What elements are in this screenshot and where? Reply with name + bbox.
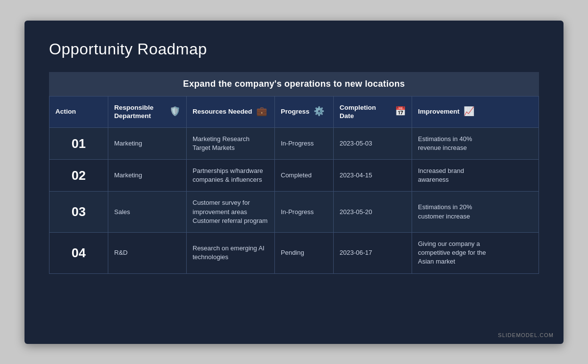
action-number: 02 <box>49 160 108 191</box>
shield-icon: 🛡️ <box>170 106 180 117</box>
date-cell: 2023-05-20 <box>334 192 412 232</box>
date-cell: 2023-05-03 <box>334 128 412 159</box>
slide: Opportunity Roadmap Expand the company's… <box>24 21 564 344</box>
resources-cell: Partnerships w/hardware companies & infl… <box>187 160 275 191</box>
improvement-cell: Estimations in 40% revenue increase <box>412 128 495 159</box>
table-row: 01 Marketing Marketing Research Target M… <box>49 128 539 160</box>
improvement-cell: Giving our company a competitive edge fo… <box>412 233 495 273</box>
subtitle-bar: Expand the company's operations to new l… <box>49 72 539 97</box>
calendar-icon: 📅 <box>395 106 406 117</box>
table-row: 03 Sales Customer survey for improvement… <box>49 192 539 233</box>
col-header-improvement: Improvement 📈 <box>412 97 495 127</box>
col-department-label: Responsible Department <box>114 103 166 121</box>
subtitle-text: Expand the company's operations to new l… <box>183 79 405 89</box>
roadmap-table: Action Responsible Department 🛡️ Resourc… <box>49 97 539 274</box>
resources-cell: Marketing Research Target Markets <box>187 128 275 159</box>
col-progress-label: Progress <box>281 107 310 116</box>
action-number: 03 <box>49 192 108 232</box>
col-header-department: Responsible Department 🛡️ <box>108 97 187 127</box>
table-row: 02 Marketing Partnerships w/hardware com… <box>49 160 539 192</box>
date-cell: 2023-04-15 <box>334 160 412 191</box>
department-cell: Marketing <box>108 160 187 191</box>
col-header-date: Completion Date 📅 <box>334 97 412 127</box>
department-cell: Sales <box>108 192 187 232</box>
col-header-resources: Resources Needed 💼 <box>187 97 275 127</box>
department-cell: R&D <box>108 233 187 273</box>
slide-title: Opportunity Roadmap <box>49 40 539 58</box>
action-number: 04 <box>49 233 108 273</box>
resources-cell: Customer survey for improvement areas Cu… <box>187 192 275 232</box>
col-improvement-label: Improvement <box>418 107 460 116</box>
action-number: 01 <box>49 128 108 159</box>
briefcase-icon: 💼 <box>256 106 267 117</box>
col-date-label: Completion Date <box>340 103 391 121</box>
progress-cell: Pending <box>275 233 334 273</box>
chart-icon: 📈 <box>464 106 474 117</box>
improvement-cell: Increased brand awareness <box>412 160 495 191</box>
progress-cell: Completed <box>275 160 334 191</box>
progress-cell: In-Progress <box>275 128 334 159</box>
progress-cell: In-Progress <box>275 192 334 232</box>
resources-cell: Research on emerging AI technologies <box>187 233 275 273</box>
col-action-label: Action <box>55 107 76 116</box>
col-header-action: Action <box>49 97 108 127</box>
gear-icon: ⚙️ <box>314 106 324 117</box>
watermark: SLIDEMODEL.COM <box>498 332 554 338</box>
table-header: Action Responsible Department 🛡️ Resourc… <box>49 97 539 128</box>
department-cell: Marketing <box>108 128 187 159</box>
col-header-progress: Progress ⚙️ <box>275 97 334 127</box>
improvement-cell: Estimations in 20% customer increase <box>412 192 495 232</box>
table-body: 01 Marketing Marketing Research Target M… <box>49 128 539 273</box>
col-resources-label: Resources Needed <box>193 107 252 116</box>
table-row: 04 R&D Research on emerging AI technolog… <box>49 233 539 273</box>
date-cell: 2023-06-17 <box>334 233 412 273</box>
